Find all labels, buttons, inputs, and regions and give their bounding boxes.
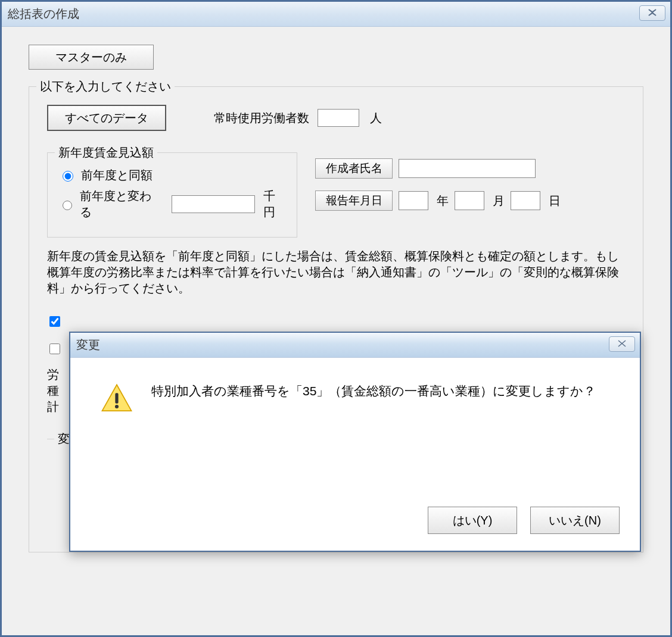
- dialog-titlebar: 変更: [70, 333, 640, 358]
- change-unit: 千円: [263, 188, 285, 220]
- workers-input[interactable]: [318, 109, 359, 127]
- master-only-button[interactable]: マスターのみ: [29, 45, 154, 70]
- dialog-message: 特別加入者の業種番号を「35」（賃金総額の一番高い業種）に変更しますか？: [151, 382, 596, 418]
- checkbox-2[interactable]: [49, 344, 60, 354]
- wage-forecast-fieldset: 新年度賃金見込額 前年度と同額 前年度と変わる 千円: [47, 152, 297, 238]
- note-text: 新年度の賃金見込額を「前年度と同額」にした場合は、賃金総額、概算保険料とも確定の…: [47, 248, 625, 296]
- all-data-button[interactable]: すべてのデータ: [47, 105, 166, 131]
- report-date-row: 報告年月日 年 月 日: [315, 191, 625, 211]
- month-unit: 月: [493, 193, 505, 209]
- svg-rect-0: [115, 393, 118, 404]
- row-top: すべてのデータ 常時使用労働者数 人: [47, 105, 625, 131]
- radio-change-row[interactable]: 前年度と変わる 千円: [60, 188, 285, 220]
- right-column: 作成者氏名 報告年月日 年 月 日: [315, 152, 625, 238]
- creator-input[interactable]: [399, 159, 536, 178]
- dialog-yes-button[interactable]: はい(Y): [428, 507, 517, 534]
- checkbox-1[interactable]: [49, 316, 60, 327]
- workers-label: 常時使用労働者数: [214, 110, 309, 126]
- radio-same[interactable]: [63, 171, 73, 182]
- year-unit: 年: [437, 193, 449, 209]
- day-input[interactable]: [511, 191, 540, 210]
- confirm-dialog: 変更 特別加入者の業種番号を「35」（賃金総額の一番高い業種）に変更しますか？ …: [69, 332, 641, 552]
- radio-change-label: 前年度と変わる: [80, 188, 154, 220]
- close-button[interactable]: [639, 5, 665, 21]
- close-icon: [647, 8, 658, 18]
- two-column: 新年度賃金見込額 前年度と同額 前年度と変わる 千円 作成者氏名: [47, 152, 625, 238]
- wage-forecast-legend: 新年度賃金見込額: [55, 145, 157, 161]
- close-icon: [617, 339, 627, 349]
- dialog-title: 変更: [76, 337, 100, 353]
- day-unit: 日: [549, 193, 561, 209]
- year-input[interactable]: [399, 191, 428, 210]
- main-titlebar: 総括表の作成: [2, 2, 670, 27]
- radio-same-row[interactable]: 前年度と同額: [60, 167, 285, 183]
- change-amount-input[interactable]: [172, 195, 255, 213]
- dialog-buttons: はい(Y) いいえ(N): [428, 507, 620, 534]
- creator-row: 作成者氏名: [315, 158, 625, 179]
- window-title: 総括表の作成: [8, 6, 79, 22]
- dialog-close-button[interactable]: [609, 336, 635, 352]
- dialog-no-button[interactable]: いいえ(N): [530, 507, 620, 534]
- warning-icon: [100, 382, 133, 418]
- fieldset-legend: 以下を入力してください: [36, 79, 175, 95]
- dialog-body: 特別加入者の業種番号を「35」（賃金総額の一番高い業種）に変更しますか？: [70, 358, 640, 430]
- creator-label: 作成者氏名: [315, 158, 393, 179]
- month-input[interactable]: [455, 191, 484, 210]
- checkbox-row-1[interactable]: [47, 314, 625, 329]
- report-date-label: 報告年月日: [315, 191, 393, 211]
- svg-point-1: [115, 405, 119, 408]
- radio-change[interactable]: [63, 200, 72, 211]
- radio-same-label: 前年度と同額: [81, 167, 153, 183]
- workers-unit: 人: [370, 110, 382, 126]
